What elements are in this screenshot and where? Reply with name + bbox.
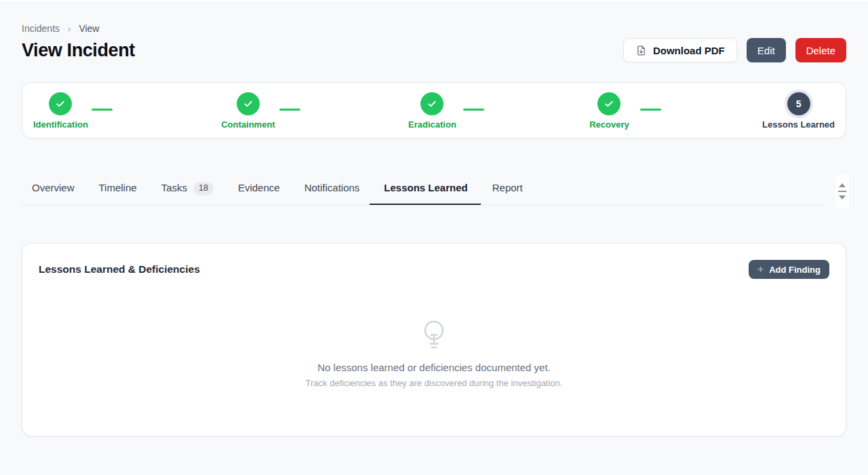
tab-label: Evidence — [238, 182, 280, 193]
step-recovery: Recovery — [589, 92, 629, 130]
tab-label: Tasks — [161, 182, 187, 193]
file-download-icon — [635, 45, 647, 56]
card-header: Lessons Learned & Deficiencies + Add Fin… — [39, 260, 829, 279]
tab-overview[interactable]: Overview — [22, 182, 85, 204]
breadcrumb: Incidents › View — [22, 23, 846, 34]
step-label: Identification — [33, 119, 88, 130]
tasks-count-badge: 18 — [193, 182, 214, 195]
phase-stepper: Identification Containment Eradication — [22, 82, 846, 138]
tabs-section: Overview Timeline Tasks 18 Evidence Noti… — [22, 182, 846, 205]
tabs-row: Overview Timeline Tasks 18 Evidence Noti… — [22, 182, 822, 205]
empty-state-subtitle: Track deficiencies as they are discovere… — [306, 378, 563, 388]
check-icon — [55, 98, 66, 109]
page-header: View Incident Download PDF Edit Delete — [22, 38, 846, 62]
tab-tasks[interactable]: Tasks 18 — [151, 182, 224, 204]
step-complete-circle — [49, 92, 72, 115]
step-complete-circle — [237, 92, 260, 115]
breadcrumb-chevron-icon: › — [68, 24, 71, 34]
lightbulb-icon — [417, 317, 451, 351]
header-actions: Download PDF Edit Delete — [623, 38, 846, 62]
add-finding-label: Add Finding — [769, 265, 821, 275]
incident-view-page: Incidents › View View Incident Download … — [0, 23, 868, 436]
step-label: Eradication — [408, 119, 456, 130]
tab-report[interactable]: Report — [482, 182, 533, 204]
top-divider — [0, 0, 868, 3]
step-complete-circle — [597, 92, 620, 115]
step-lessons-learned: 5 Lessons Learned — [762, 92, 835, 130]
step-label: Recovery — [589, 119, 629, 130]
empty-state-title: No lessons learned or deficiencies docum… — [317, 362, 551, 373]
page-title: View Incident — [22, 40, 135, 61]
empty-state: No lessons learned or deficiencies docum… — [39, 279, 829, 436]
scroll-up-icon[interactable] — [839, 183, 846, 187]
scroll-down-icon[interactable] — [839, 195, 846, 200]
download-pdf-button[interactable]: Download PDF — [623, 38, 737, 62]
tabs-scroll-control[interactable] — [835, 175, 849, 208]
lessons-learned-card: Lessons Learned & Deficiencies + Add Fin… — [22, 243, 846, 436]
tab-label: Report — [492, 182, 523, 193]
step-label: Lessons Learned — [762, 119, 835, 130]
step-identification: Identification — [33, 92, 88, 130]
tab-timeline[interactable]: Timeline — [89, 182, 147, 204]
download-pdf-label: Download PDF — [653, 45, 725, 56]
step-connector — [279, 109, 300, 111]
check-icon — [427, 98, 437, 109]
add-finding-button[interactable]: + Add Finding — [749, 260, 829, 279]
tab-evidence[interactable]: Evidence — [228, 182, 290, 204]
step-connector — [92, 109, 113, 111]
step-complete-circle — [420, 92, 443, 115]
check-icon — [604, 98, 614, 109]
delete-button[interactable]: Delete — [795, 38, 846, 62]
tab-label: Overview — [32, 182, 75, 193]
edit-button[interactable]: Edit — [747, 38, 786, 62]
plus-icon: + — [757, 264, 764, 275]
tab-label: Notifications — [304, 182, 360, 193]
tab-label: Timeline — [99, 182, 137, 193]
step-connector — [463, 109, 484, 111]
step-label: Containment — [221, 119, 275, 130]
check-icon — [243, 98, 254, 109]
tab-notifications[interactable]: Notifications — [294, 182, 370, 204]
step-connector — [640, 109, 661, 111]
breadcrumb-incidents-link[interactable]: Incidents — [22, 23, 60, 34]
card-title: Lessons Learned & Deficiencies — [39, 263, 200, 276]
tab-lessons-learned[interactable]: Lessons Learned — [374, 182, 477, 204]
step-containment: Containment — [221, 92, 275, 130]
scroll-thumb[interactable] — [838, 191, 846, 192]
step-eradication: Eradication — [408, 92, 456, 130]
tab-label: Lessons Learned — [384, 182, 467, 193]
breadcrumb-current: View — [79, 23, 99, 34]
step-current-count-circle: 5 — [787, 92, 810, 115]
